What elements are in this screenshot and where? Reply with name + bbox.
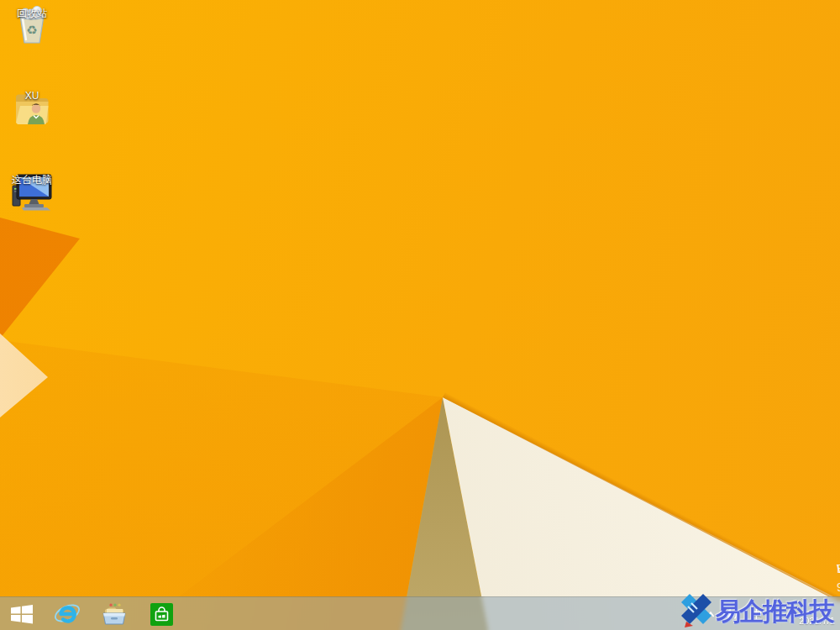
taskbar-app-windows-store[interactable] bbox=[138, 597, 185, 630]
icon-label: 回收站 bbox=[17, 8, 47, 19]
brand-logo-icon bbox=[677, 591, 714, 628]
file-explorer-icon bbox=[102, 603, 127, 626]
internet-explorer-icon bbox=[54, 601, 81, 627]
windows-logo-icon bbox=[11, 605, 33, 624]
icon-label: XU bbox=[25, 90, 39, 102]
desktop[interactable]: ♻ 回收站 XU bbox=[0, 0, 840, 630]
windows-store-icon bbox=[150, 603, 173, 626]
taskbar-app-file-explorer[interactable] bbox=[91, 597, 138, 630]
start-button[interactable] bbox=[0, 597, 44, 630]
brand-watermark: 易企推科技 bbox=[677, 591, 840, 630]
brand-watermark-text: 易企推科技 bbox=[716, 595, 833, 629]
taskbar-app-internet-explorer[interactable] bbox=[44, 597, 91, 630]
svg-text:♻: ♻ bbox=[26, 23, 37, 38]
icon-label: 这台电脑 bbox=[12, 174, 52, 186]
